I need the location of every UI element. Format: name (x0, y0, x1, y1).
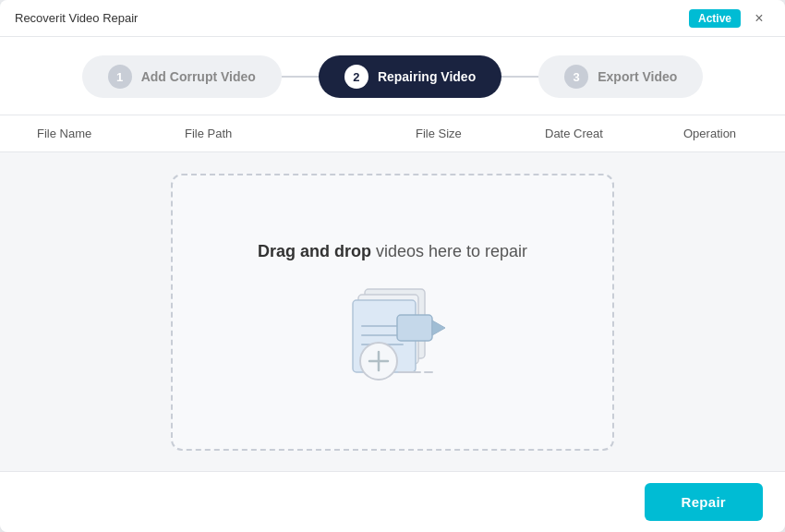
col-filename: File Name (0, 127, 166, 140)
col-operation: Operation (674, 127, 785, 140)
drop-zone[interactable]: Drag and drop videos here to repair (171, 174, 614, 451)
title-bar-left: Recoverit Video Repair (15, 11, 138, 25)
step-2-number: 2 (344, 65, 368, 89)
svg-rect-6 (397, 315, 432, 341)
col-filepath: File Path (166, 127, 397, 140)
step-3-number: 3 (564, 65, 588, 89)
video-icon-svg (332, 280, 462, 381)
step-1-number: 1 (108, 65, 132, 89)
svg-marker-7 (432, 320, 445, 335)
close-button[interactable]: × (748, 7, 770, 30)
app-title: Recoverit Video Repair (15, 11, 138, 25)
drop-zone-bold: Drag and drop (258, 242, 371, 260)
col-filesize: File Size (397, 127, 536, 140)
step-1-label: Add Corrupt Video (141, 69, 256, 84)
step-2[interactable]: 2 Repairing Video (319, 55, 501, 98)
step-3[interactable]: 3 Export Video (538, 55, 703, 98)
table-header: File Name File Path File Size Date Creat… (0, 115, 785, 152)
title-bar-right: Active × (689, 7, 770, 30)
app-window: Recoverit Video Repair Active × 1 Add Co… (0, 0, 785, 532)
footer: Repair (0, 471, 785, 532)
main-content: Drag and drop videos here to repair (0, 152, 785, 471)
step-connector-2 (501, 76, 538, 78)
step-2-label: Repairing Video (378, 69, 476, 84)
step-3-label: Export Video (598, 69, 677, 84)
step-1[interactable]: 1 Add Corrupt Video (82, 55, 282, 98)
active-badge: Active (689, 9, 741, 28)
video-illustration (332, 280, 453, 381)
step-connector-1 (282, 76, 319, 78)
repair-button[interactable]: Repair (645, 483, 764, 521)
steps-bar: 1 Add Corrupt Video 2 Repairing Video 3 … (0, 37, 785, 115)
col-datecreated: Date Creat (536, 127, 674, 140)
title-bar: Recoverit Video Repair Active × (0, 0, 785, 37)
drop-zone-text: Drag and drop videos here to repair (258, 242, 527, 261)
